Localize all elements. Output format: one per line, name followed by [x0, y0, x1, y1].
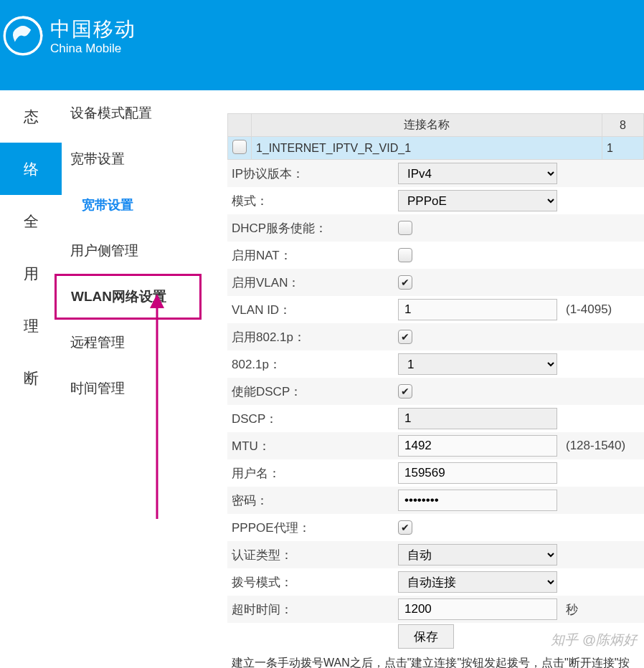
header: 中国移动 China Mobile: [0, 0, 644, 90]
table-row[interactable]: 1_INTERNET_IPTV_R_VID_1 1: [228, 137, 644, 160]
nav-status[interactable]: 态: [0, 90, 62, 143]
label-vlan-id: VLAN ID：: [227, 302, 397, 318]
label-pwd: 密码：: [227, 492, 397, 509]
unit-timeout: 秒: [566, 601, 578, 618]
settings-form: IP协议版本： IPv4 模式： PPPoE DHCP服务使能： 启用NAT： …: [227, 160, 644, 650]
input-dscp[interactable]: [398, 408, 557, 429]
col-8: 8: [602, 114, 644, 137]
select-dial[interactable]: 自动连接: [398, 571, 557, 593]
label-pppoe-proxy: PPPOE代理：: [227, 520, 397, 536]
label-dial: 拨号模式：: [227, 574, 397, 591]
subnav-broadband-sub[interactable]: 宽带设置: [62, 182, 202, 228]
label-nat: 启用NAT：: [227, 247, 397, 264]
input-password[interactable]: [398, 490, 557, 511]
nav-manage[interactable]: 理: [0, 300, 62, 352]
select-mode[interactable]: PPPoE: [398, 190, 557, 211]
label-mode: 模式：: [227, 193, 397, 209]
nav-security[interactable]: 全: [0, 195, 62, 247]
subnav-remote[interactable]: 远程管理: [62, 320, 202, 366]
label-timeout: 超时时间：: [227, 601, 397, 618]
subnav-wlan[interactable]: WLAN网络设置: [55, 274, 202, 320]
input-timeout[interactable]: [398, 598, 557, 620]
footnote: 建立一条手动拨号WAN之后，点击"建立连接"按钮发起拨号，点击"断开连接"按: [227, 656, 644, 668]
input-username[interactable]: [398, 462, 557, 484]
brand-en: China Mobile: [50, 42, 136, 56]
checkbox-nat[interactable]: [398, 248, 412, 262]
conn-name-cell: 1_INTERNET_IPTV_R_VID_1: [252, 137, 602, 160]
subnav-time[interactable]: 时间管理: [62, 366, 202, 411]
watermark: 知乎 @陈炳好: [551, 631, 637, 649]
checkbox-dhcp[interactable]: [398, 221, 412, 235]
hint-mtu: (128-1540): [566, 439, 625, 453]
checkbox-8021p[interactable]: ✔: [398, 330, 412, 344]
secondary-nav: 设备模式配置 宽带设置 宽带设置 用户侧管理 WLAN网络设置 远程管理 时间管…: [62, 90, 202, 668]
label-auth: 认证类型：: [227, 547, 397, 563]
label-dhcp: DHCP服务使能：: [227, 220, 397, 237]
hint-vlan-id: (1-4095): [566, 302, 612, 317]
checkbox-dscp[interactable]: ✔: [398, 384, 412, 399]
checkbox-pppoe-proxy[interactable]: ✔: [398, 520, 412, 535]
subnav-device-mode[interactable]: 设备模式配置: [62, 90, 202, 136]
conn-8-cell: 1: [602, 137, 644, 160]
content-panel: 连接名称 8 1_INTERNET_IPTV_R_VID_1 1 IP协议版本：…: [202, 90, 644, 668]
brand-logo: 中国移动 China Mobile: [0, 16, 136, 56]
subnav-user-side[interactable]: 用户侧管理: [62, 228, 202, 274]
select-8021p[interactable]: 1: [398, 353, 557, 375]
label-mtu: MTU：: [227, 438, 397, 454]
nav-app[interactable]: 用: [0, 247, 62, 300]
label-user: 用户名：: [227, 465, 397, 482]
input-mtu[interactable]: [398, 435, 557, 457]
col-conn-name: 连接名称: [252, 114, 602, 137]
primary-nav: 态 络 全 用 理 断: [0, 90, 62, 668]
label-dscp: DSCP：: [227, 411, 397, 427]
connection-table: 连接名称 8 1_INTERNET_IPTV_R_VID_1 1: [227, 113, 644, 160]
nav-diag[interactable]: 断: [0, 352, 62, 404]
label-8021p-en: 启用802.1p：: [227, 329, 397, 345]
select-auth[interactable]: 自动: [398, 544, 557, 566]
label-vlan: 启用VLAN：: [227, 275, 397, 291]
save-button[interactable]: 保存: [398, 624, 454, 649]
subnav-broadband[interactable]: 宽带设置: [62, 136, 202, 182]
input-vlan-id[interactable]: [398, 299, 557, 320]
label-dscp-en: 使能DSCP：: [227, 383, 397, 400]
select-ip-ver[interactable]: IPv4: [398, 163, 557, 184]
row-checkbox[interactable]: [232, 140, 247, 154]
checkbox-vlan[interactable]: ✔: [398, 275, 412, 290]
label-8021p: 802.1p：: [227, 356, 397, 373]
nav-network[interactable]: 络: [0, 143, 62, 195]
label-ip-ver: IP协议版本：: [227, 166, 397, 182]
brand-cn: 中国移动: [50, 16, 136, 43]
china-mobile-icon: [3, 16, 43, 56]
